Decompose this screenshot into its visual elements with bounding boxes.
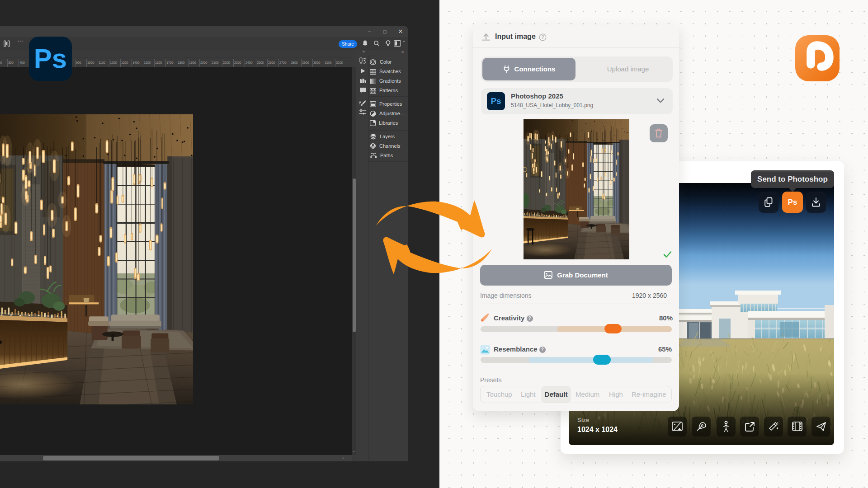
svg-text:?: ?: [541, 35, 544, 40]
